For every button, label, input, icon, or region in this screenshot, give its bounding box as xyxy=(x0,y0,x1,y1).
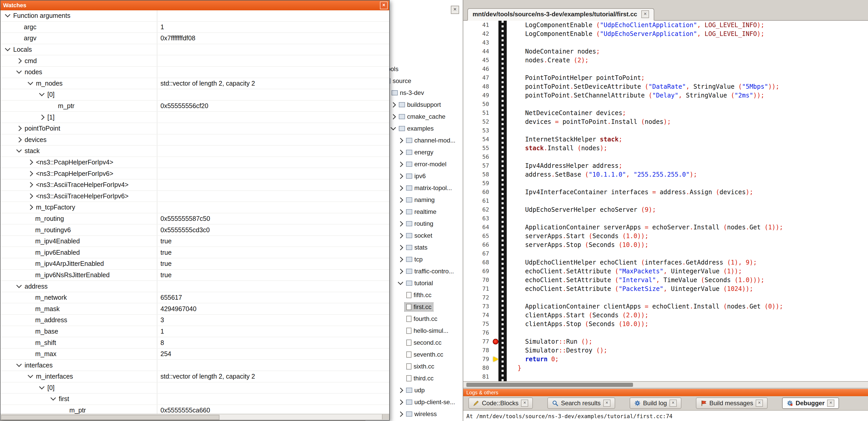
expand-icon[interactable] xyxy=(28,193,33,199)
code-line[interactable]: 52 devices = pointToPoint.Install (nodes… xyxy=(463,118,868,126)
code-line[interactable]: 51 NetDeviceContainer devices; xyxy=(463,108,868,118)
watch-row[interactable]: <ns3::PcapHelperForIpv4> xyxy=(1,157,389,168)
watch-row[interactable]: address xyxy=(1,281,389,292)
watch-row[interactable]: m_ipv6Enabledtrue xyxy=(1,247,389,258)
expand-icon[interactable] xyxy=(398,161,403,167)
collapse-icon[interactable] xyxy=(16,68,22,74)
tab-build-messages[interactable]: Build messages xyxy=(696,397,768,409)
close-icon[interactable] xyxy=(603,399,611,407)
watch-row[interactable]: m_ipv6NsRsJitterEnabledtrue xyxy=(1,270,389,281)
code-line[interactable]: 70 echoClient.SetAttribute ("Interval", … xyxy=(463,276,868,285)
watch-row[interactable]: Locals xyxy=(1,44,389,56)
expand-icon[interactable] xyxy=(398,411,403,417)
expand-icon[interactable] xyxy=(28,160,33,165)
code-line[interactable]: 62 UdpEchoServerHelper echoServer (9); xyxy=(463,205,868,214)
collapse-icon[interactable] xyxy=(28,79,33,85)
code-line[interactable]: 71 echoClient.SetAttribute ("PacketSize"… xyxy=(463,285,868,293)
expand-icon[interactable] xyxy=(391,114,396,119)
watch-row[interactable]: m_max254 xyxy=(1,349,389,360)
expand-icon[interactable] xyxy=(28,182,33,188)
watches-hscrollbar[interactable] xyxy=(1,414,389,420)
watch-row[interactable]: nodes xyxy=(1,67,389,78)
marker-margin[interactable] xyxy=(492,223,499,232)
collapse-icon[interactable] xyxy=(5,12,10,17)
marker-margin[interactable] xyxy=(492,144,499,153)
marker-margin[interactable] xyxy=(492,126,499,135)
editor-hscrollbar[interactable] xyxy=(463,381,868,388)
code-line[interactable]: 47 PointToPointHelper pointToPoint; xyxy=(463,73,868,82)
expand-icon[interactable] xyxy=(16,137,22,142)
marker-margin[interactable] xyxy=(492,267,499,276)
code-line[interactable]: 44 NodeContainer nodes; xyxy=(463,47,868,56)
watch-row[interactable]: m_base1 xyxy=(1,326,389,337)
marker-margin[interactable] xyxy=(492,276,499,285)
expand-icon[interactable] xyxy=(398,387,403,393)
code-line[interactable]: 76 xyxy=(463,328,868,337)
collapse-icon[interactable] xyxy=(51,395,56,400)
watch-row[interactable]: first xyxy=(1,394,389,405)
expand-icon[interactable] xyxy=(398,221,403,226)
watch-row[interactable]: cmd xyxy=(1,55,389,67)
marker-margin[interactable] xyxy=(492,364,499,373)
expand-icon[interactable] xyxy=(398,268,403,274)
marker-margin[interactable] xyxy=(492,232,499,240)
code-line[interactable]: 64 ApplicationContainer serverApps = ech… xyxy=(463,223,868,232)
marker-margin[interactable] xyxy=(492,328,499,337)
collapse-icon[interactable] xyxy=(16,147,22,153)
code-line[interactable]: 74 clientApps.Start (Seconds (2.0)); xyxy=(463,311,868,320)
close-icon[interactable] xyxy=(827,399,834,407)
code-line[interactable]: 80} xyxy=(463,364,868,373)
code-line[interactable]: 48 pointToPoint.SetDeviceAttribute ("Dat… xyxy=(463,82,868,91)
collapse-icon[interactable] xyxy=(39,91,44,96)
expand-icon[interactable] xyxy=(28,204,33,210)
watch-row[interactable]: [0] xyxy=(1,383,389,394)
marker-margin[interactable] xyxy=(492,91,499,100)
watch-row[interactable]: stack xyxy=(1,145,389,157)
expand-icon[interactable] xyxy=(16,126,22,131)
watch-row[interactable]: m_tcpFactory xyxy=(1,202,389,213)
collapse-icon[interactable] xyxy=(391,125,396,130)
close-icon[interactable] xyxy=(380,2,388,9)
code-line[interactable]: 69 echoClient.SetAttribute ("MaxPackets"… xyxy=(463,267,868,276)
collapse-icon[interactable] xyxy=(16,361,22,367)
collapse-icon[interactable] xyxy=(5,46,10,51)
tab-build-log[interactable]: Build log xyxy=(630,397,681,409)
watch-row[interactable]: m_address3 xyxy=(1,315,389,326)
code-line[interactable]: 43 xyxy=(463,38,868,47)
expand-icon[interactable] xyxy=(398,173,403,179)
marker-margin[interactable] xyxy=(492,302,499,311)
marker-margin[interactable] xyxy=(492,30,499,38)
code-line[interactable]: 63 xyxy=(463,214,868,223)
watch-row[interactable]: devices xyxy=(1,134,389,146)
collapse-icon[interactable] xyxy=(16,282,22,288)
watch-row[interactable]: m_interfacesstd::vector of length 2, cap… xyxy=(1,371,389,383)
marker-margin[interactable] xyxy=(492,100,499,108)
code-line[interactable]: 55 stack.Install (nodes); xyxy=(463,144,868,153)
tab-search-results[interactable]: Search results xyxy=(547,397,615,409)
marker-margin[interactable] xyxy=(492,38,499,47)
watch-row[interactable]: m_nodesstd::vector of length 2, capacity… xyxy=(1,78,389,90)
expand-icon[interactable] xyxy=(39,115,44,120)
code-line[interactable]: 66 serverApps.Stop (Seconds (10.0)); xyxy=(463,240,868,249)
code-line[interactable]: 54 InternetStackHelper stack; xyxy=(463,135,868,144)
collapse-icon[interactable] xyxy=(28,373,33,378)
watch-row[interactable]: argv0x7fffffffdf08 xyxy=(1,33,389,44)
marker-margin[interactable] xyxy=(492,56,499,65)
expand-icon[interactable] xyxy=(398,150,403,155)
watch-row[interactable]: [0] xyxy=(1,89,389,101)
code-line[interactable]: 56 xyxy=(463,153,868,161)
marker-margin[interactable] xyxy=(492,346,499,355)
close-icon[interactable] xyxy=(670,399,677,407)
scrollbar-thumb[interactable] xyxy=(1,415,219,420)
tab-code-blocks[interactable]: Code::Blocks xyxy=(468,397,533,409)
marker-margin[interactable] xyxy=(492,73,499,82)
marker-margin[interactable] xyxy=(492,205,499,214)
marker-margin[interactable] xyxy=(492,153,499,161)
marker-margin[interactable] xyxy=(492,135,499,144)
code-line[interactable]: 49 pointToPoint.SetChannelAttribute ("De… xyxy=(463,91,868,100)
marker-margin[interactable] xyxy=(492,320,499,328)
expand-icon[interactable] xyxy=(398,245,403,250)
expand-icon[interactable] xyxy=(391,102,396,107)
code-line[interactable]: 58 address.SetBase ("10.1.1.0", "255.255… xyxy=(463,170,868,179)
code-line[interactable]: 75 clientApps.Stop (Seconds (10.0)); xyxy=(463,320,868,328)
